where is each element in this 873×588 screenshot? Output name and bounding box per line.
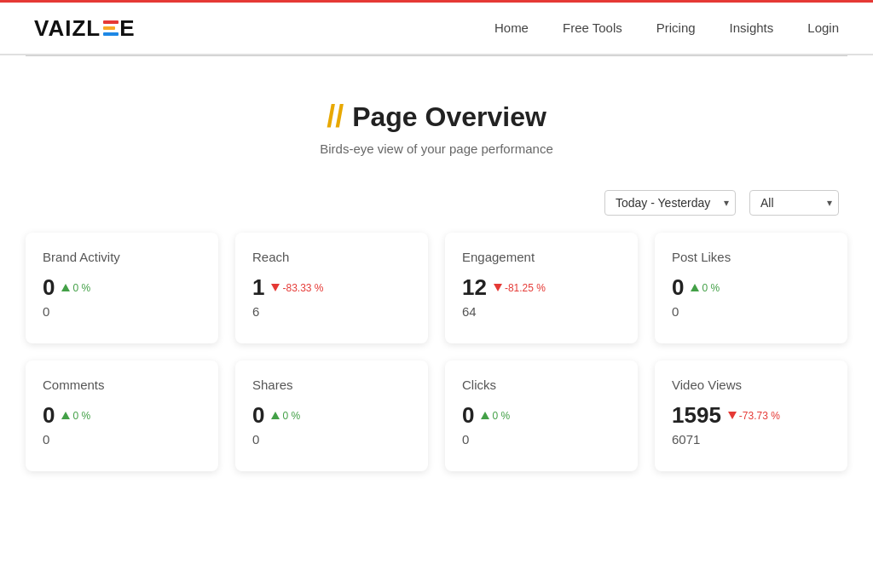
card-reach: Reach 1 -83.33 % 6 [235, 233, 428, 343]
logo-bar-red [103, 20, 119, 24]
card-value-brand-activity: 0 [43, 274, 55, 301]
nav-menu: Home Free Tools Pricing Insights Login [494, 20, 839, 36]
card-prev-comments: 0 [43, 432, 201, 447]
card-title-comments: Comments [43, 378, 201, 392]
card-badge-clicks: 0 % [481, 410, 510, 422]
card-badge-brand-activity: 0 % [61, 282, 90, 294]
card-prev-brand-activity: 0 [43, 304, 201, 319]
card-value-video-views: 1595 [672, 402, 721, 429]
logo-icon [103, 20, 119, 36]
card-value-row-comments: 0 0 % [43, 402, 201, 429]
card-badge-engagement: -81.25 % [494, 282, 546, 294]
card-title-clicks: Clicks [462, 378, 621, 392]
card-title-video-views: Video Views [672, 378, 830, 392]
card-brand-activity: Brand Activity 0 0 % 0 [26, 233, 218, 343]
card-value-row-engagement: 12 -81.25 % [462, 274, 621, 301]
title-text: Page Overview [352, 101, 546, 133]
card-badge-comments: 0 % [61, 410, 90, 422]
card-post-likes: Post Likes 0 0 % 0 [655, 233, 847, 343]
date-filter-wrapper: Today - Yesterday Last 7 Days Last 30 Da… [604, 190, 736, 216]
arrow-down-icon [271, 284, 280, 291]
card-prev-engagement: 64 [462, 304, 621, 319]
logo-bar-blue [103, 32, 119, 36]
arrow-up-icon [61, 284, 70, 291]
card-pct-clicks: 0 % [492, 410, 510, 422]
card-value-reach: 1 [252, 274, 264, 301]
card-title-reach: Reach [252, 250, 411, 264]
card-title-shares: Shares [252, 378, 411, 392]
card-value-shares: 0 [252, 402, 264, 429]
card-comments: Comments 0 0 % 0 [26, 360, 218, 471]
nav-home[interactable]: Home [494, 20, 529, 35]
nav-free-tools[interactable]: Free Tools [563, 20, 622, 35]
card-value-engagement: 12 [462, 274, 487, 301]
card-badge-video-views: -73.73 % [728, 410, 780, 422]
hero-section: // Page Overview Birds-eye view of your … [0, 56, 873, 182]
card-title-engagement: Engagement [462, 250, 621, 264]
arrow-up-icon [481, 412, 489, 419]
card-shares: Shares 0 0 % 0 [235, 360, 428, 471]
logo-e: E [119, 15, 134, 42]
card-pct-comments: 0 % [72, 410, 90, 422]
arrow-down-icon [728, 412, 737, 419]
nav-insights[interactable]: Insights [730, 20, 774, 35]
card-badge-reach: -83.33 % [271, 282, 323, 294]
slash-icon: // [327, 99, 344, 135]
card-value-row-brand-activity: 0 0 % [43, 274, 201, 301]
card-badge-post-likes: 0 % [691, 282, 720, 294]
card-prev-video-views: 6071 [672, 432, 830, 447]
page-title: // Page Overview [17, 99, 856, 135]
navbar: VAIZL E Home Free Tools Pricing Insights… [0, 3, 873, 55]
card-title-post-likes: Post Likes [672, 250, 830, 264]
card-prev-clicks: 0 [462, 432, 621, 447]
nav-login[interactable]: Login [807, 20, 839, 35]
card-value-clicks: 0 [462, 402, 474, 429]
card-value-row-clicks: 0 0 % [462, 402, 621, 429]
card-title-brand-activity: Brand Activity [43, 250, 201, 264]
arrow-down-icon [494, 284, 502, 291]
arrow-up-icon [61, 412, 70, 419]
card-value-post-likes: 0 [672, 274, 684, 301]
date-filter[interactable]: Today - Yesterday Last 7 Days Last 30 Da… [604, 190, 736, 216]
card-value-row-post-likes: 0 0 % [672, 274, 830, 301]
card-pct-shares: 0 % [282, 410, 300, 422]
card-prev-reach: 6 [252, 304, 411, 319]
scope-filter[interactable]: All Facebook Instagram [749, 190, 839, 216]
logo-bar-yellow [103, 26, 115, 30]
card-video-views: Video Views 1595 -73.73 % 6071 [655, 360, 847, 471]
scope-filter-wrapper: All Facebook Instagram [749, 190, 839, 216]
card-pct-engagement: -81.25 % [505, 282, 546, 294]
card-value-row-video-views: 1595 -73.73 % [672, 402, 830, 429]
card-engagement: Engagement 12 -81.25 % 64 [445, 233, 638, 343]
card-pct-video-views: -73.73 % [739, 410, 780, 422]
arrow-up-icon [271, 412, 280, 419]
card-value-row-shares: 0 0 % [252, 402, 411, 429]
card-clicks: Clicks 0 0 % 0 [445, 360, 638, 471]
arrow-up-icon [691, 284, 699, 291]
page-subtitle: Birds-eye view of your page performance [17, 141, 856, 156]
card-prev-post-likes: 0 [672, 304, 830, 319]
filter-bar: Today - Yesterday Last 7 Days Last 30 Da… [0, 182, 873, 233]
card-value-row-reach: 1 -83.33 % [252, 274, 411, 301]
logo[interactable]: VAIZL E [34, 15, 135, 42]
logo-text: VAIZL [34, 15, 101, 42]
cards-section: Brand Activity 0 0 % 0 Reach 1 -83.33 % … [0, 233, 873, 514]
cards-row-2: Comments 0 0 % 0 Shares 0 0 % 0 [26, 360, 847, 471]
card-badge-shares: 0 % [271, 410, 300, 422]
card-pct-brand-activity: 0 % [72, 282, 90, 294]
card-pct-reach: -83.33 % [282, 282, 323, 294]
card-prev-shares: 0 [252, 432, 411, 447]
card-value-comments: 0 [43, 402, 55, 429]
nav-pricing[interactable]: Pricing [656, 20, 696, 35]
cards-row-1: Brand Activity 0 0 % 0 Reach 1 -83.33 % … [26, 233, 847, 343]
card-pct-post-likes: 0 % [702, 282, 720, 294]
